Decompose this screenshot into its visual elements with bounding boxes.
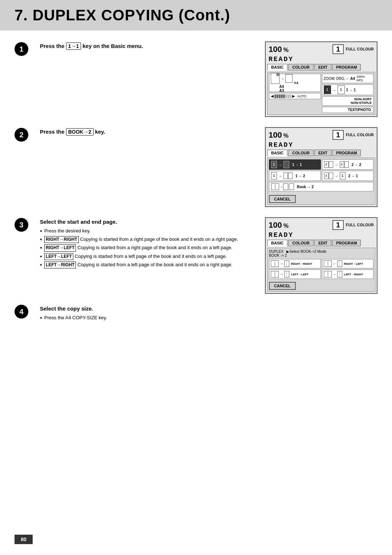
screen1-ready: READY (267, 56, 375, 63)
screen3-opt-left-left[interactable]: → LEFT→LEFT (269, 270, 321, 279)
screen3-opt-right-right[interactable]: → RIGHT→RIGHT (269, 259, 321, 268)
screen2-cancel-area: CANCEL (269, 194, 373, 203)
book-icon-lr: → (324, 271, 342, 278)
step-4-instruction: Select the copy size. (40, 305, 377, 312)
screen3-tab-basic[interactable]: BASIC (267, 240, 287, 246)
screen1-density-bar: ◀ ▶ AU (269, 93, 321, 99)
step-2-instruction: Press the BOOK→2 key. (40, 129, 256, 135)
screen3-cancel-btn[interactable]: CANCEL (269, 282, 296, 290)
screen3-percent-sign: % (283, 223, 289, 229)
key-right-left: RIGHT→LEFT (44, 244, 76, 251)
book-icon-ll: → (271, 271, 289, 278)
screen3-copies: 1 (332, 220, 344, 230)
screen2-cancel-btn[interactable]: CANCEL (269, 195, 296, 203)
key-left-right: LEFT→RIGHT (44, 262, 76, 268)
screen2-tab-colour[interactable]: COLOUR (288, 150, 314, 156)
step-3-content: Select the start and end page. Press the… (40, 217, 256, 270)
screen3-full-colour: FULL COLOUR (346, 223, 374, 227)
screen1-left: → A4 A3 A4 (269, 74, 321, 113)
screen2-copies: 1 (332, 130, 344, 140)
screen1-top-left: 100 % (269, 45, 289, 54)
screen-panel-3: 100 % 1 FULL COLOUR READY BASIC COLOUR E… (265, 217, 377, 294)
screen3-top-bar: 100 % 1 FULL COLOUR (267, 219, 375, 231)
screen2-tab-basic[interactable]: BASIC (267, 150, 287, 156)
step-3-bullet-2: RIGHT→RIGHT Copying is started from a ri… (40, 236, 256, 243)
screen1-percent: 100 (269, 45, 282, 54)
screen1-zoom-org: ZOOM ORG.→ A4 100% APS (322, 74, 374, 83)
key-left-left: LEFT→LEFT (44, 253, 73, 260)
step-4-bullet-list: Press the A4 COPY-SIZE key. (40, 315, 377, 321)
step-1-row: 1 Press the 1→1 key on the Basic menu. 1… (15, 41, 377, 117)
screen1-tab-colour[interactable]: COLOUR (288, 64, 314, 70)
screen1-sort-box: NON-SORT NON-STAPLE (322, 96, 374, 106)
screen2-tab-program[interactable]: PROGRAM (332, 150, 361, 156)
screen2-ready: READY (267, 141, 375, 149)
screen1-right: ZOOM ORG.→ A4 100% APS 1 (322, 74, 374, 113)
page-header: 7. DUPLEX COPYING (Cont.) (0, 0, 392, 31)
step-1-instruction: Press the 1→1 key on the Basic menu. (40, 43, 256, 49)
step-4-circle: 4 (15, 305, 28, 319)
screen2-full-colour: FULL COLOUR (346, 133, 374, 137)
step-2-circle: 2 (15, 128, 28, 142)
screen2-tab-edit[interactable]: EDIT (314, 150, 331, 156)
screen-panel-1: 100 % 1 FULL COLOUR READY BASIC COLOUR E… (265, 41, 377, 117)
page-footer: 80 (15, 535, 33, 544)
screen1-copy-mode: 1 → 1 1 → 1 (322, 84, 374, 95)
screen1-tab-program[interactable]: PROGRAM (332, 64, 361, 70)
step-3-bullet-5: LEFT→RIGHT Copying is started from a lef… (40, 262, 256, 268)
screen1-top-bar: 100 % 1 FULL COLOUR (267, 44, 375, 55)
step-2-row: 2 Press the BOOK→2 key. 100 % 1 FULL COL… (15, 127, 377, 207)
screen2-opt-1to2[interactable]: 1 → 1 → 2 (269, 171, 321, 181)
screen1-tab-edit[interactable]: EDIT (314, 64, 331, 70)
page-container: 7. DUPLEX COPYING (Cont.) 1 Press the 1→… (0, 0, 392, 555)
book-icon-rr: → (271, 260, 289, 267)
key-1to1: 1→1 (66, 42, 81, 50)
step-4-bullet-1: Press the A4 COPY-SIZE key. (40, 315, 377, 321)
step-3-bullet-list: Press the desired key. RIGHT→RIGHT Copyi… (40, 228, 256, 268)
page-number: 80 (21, 536, 26, 542)
step-2-number-col: 2 (15, 127, 31, 142)
screen3-body: DUPLEX ▶Select BOOK->2 Mode BOOK -> 2 → (267, 248, 375, 292)
screen1-percent-sign: % (283, 47, 289, 53)
step-3-circle: 3 (15, 218, 28, 232)
screen2-opt-book2[interactable]: → Book → 2 (269, 182, 373, 191)
screen2-percent: 100 (269, 130, 282, 140)
screen1-text-photo: TEXT/PHOTO (322, 107, 374, 113)
step-3-number-col: 3 (15, 217, 31, 232)
screen2-opt-2to2[interactable]: 2 → 2 2 → 2 (322, 159, 374, 170)
screen1-full-colour: FULL COLOUR (346, 47, 374, 51)
step-4-number-col: 4 (15, 304, 31, 319)
screen2-top-left: 100 % (269, 130, 289, 140)
step-3-row: 3 Select the start and end page. Press t… (15, 217, 377, 294)
key-right-right: RIGHT→RIGHT (44, 236, 79, 243)
step-3-bullet-4: LEFT→LEFT Copying is started from a left… (40, 253, 256, 260)
screen3-cancel-area: CANCEL (269, 280, 373, 290)
step-3-bullet-3: RIGHT→LEFT Copying is started from a rig… (40, 244, 256, 251)
screen1-paper-area: → A4 A3 A4 (269, 74, 321, 92)
screen2-tabs: BASIC COLOUR EDIT PROGRAM (267, 150, 375, 156)
screen1-tabs: BASIC COLOUR EDIT PROGRAM (267, 64, 375, 70)
screen2-opt-2to1[interactable]: 2 → 1 2 → 1 (322, 171, 374, 181)
screen2-top-bar: 100 % 1 FULL COLOUR (267, 129, 375, 141)
screen3-tabs: BASIC COLOUR EDIT PROGRAM (267, 240, 375, 246)
screen-panel-2: 100 % 1 FULL COLOUR READY BASIC COLOUR E… (265, 127, 377, 207)
screen3-options-grid: → RIGHT→RIGHT (269, 259, 373, 279)
screen3-tab-colour[interactable]: COLOUR (288, 240, 314, 246)
step-3-instruction: Select the start and end page. (40, 219, 256, 225)
screen2-percent-sign: % (283, 133, 289, 139)
screen3-tab-program[interactable]: PROGRAM (332, 240, 361, 246)
screen2-opt-1to1[interactable]: 1 → 1 → 1 (269, 159, 321, 170)
step-3-bullet-1: Press the desired key. (40, 228, 256, 235)
screen3-opt-left-right[interactable]: → LEFT→RIGHT (322, 270, 374, 279)
page-title: 7. DUPLEX COPYING (Cont.) (15, 7, 230, 24)
screen3-tab-edit[interactable]: EDIT (314, 240, 331, 246)
screen3-info: DUPLEX ▶Select BOOK->2 Mode BOOK -> 2 (269, 250, 373, 258)
book-icon-rl: → (324, 260, 342, 267)
step-4-row: 4 Select the copy size. Press the A4 COP… (15, 304, 377, 323)
density-blocks (274, 94, 291, 98)
screen1-tab-basic[interactable]: BASIC (267, 64, 287, 70)
key-book2: BOOK→2 (66, 128, 94, 135)
screen3-opt-right-left[interactable]: → RIGHT→LEFT (322, 259, 374, 268)
step-2-content: Press the BOOK→2 key. (40, 127, 256, 138)
step-1-content: Press the 1→1 key on the Basic menu. (40, 41, 256, 52)
